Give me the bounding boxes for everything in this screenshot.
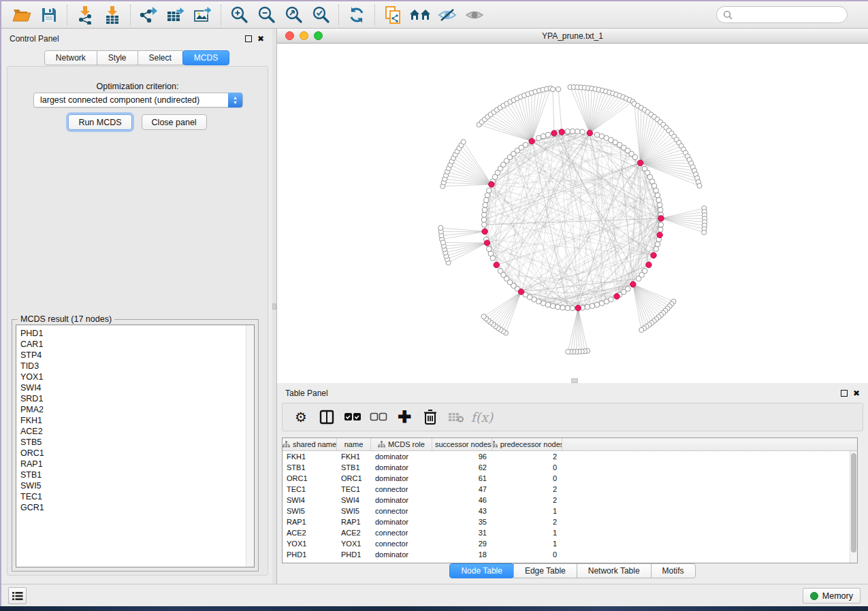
table-row[interactable]: ORC1ORC1dominator610 bbox=[283, 473, 857, 484]
mcds-result-item[interactable]: FKH1 bbox=[16, 415, 254, 426]
network-hub-node[interactable] bbox=[482, 229, 487, 234]
mcds-result-item[interactable]: ORC1 bbox=[16, 448, 254, 459]
mcds-result-item[interactable]: PMA2 bbox=[16, 404, 254, 415]
network-node[interactable] bbox=[486, 188, 492, 193]
network-node[interactable] bbox=[481, 217, 487, 222]
mcds-result-item[interactable]: SRD1 bbox=[16, 393, 254, 404]
network-node[interactable] bbox=[658, 222, 664, 227]
hide-selected-button[interactable] bbox=[434, 3, 461, 27]
network-node[interactable] bbox=[555, 304, 560, 310]
network-node[interactable] bbox=[483, 202, 488, 208]
export-image-button[interactable] bbox=[189, 3, 216, 27]
table-row[interactable]: ACE2ACE2connector311 bbox=[283, 527, 857, 538]
network-leaf-node[interactable] bbox=[481, 314, 486, 319]
search-input[interactable] bbox=[736, 10, 838, 20]
network-node[interactable] bbox=[594, 302, 600, 308]
table-settings-button[interactable]: ⚙ bbox=[289, 406, 312, 429]
network-node[interactable] bbox=[565, 129, 570, 134]
network-leaf-node[interactable] bbox=[461, 139, 466, 144]
table-row[interactable]: FKH1FKH1dominator962 bbox=[283, 451, 857, 462]
add-column-button[interactable]: ✚ bbox=[393, 406, 416, 429]
network-hub-node[interactable] bbox=[489, 182, 494, 187]
open-file-button[interactable] bbox=[8, 3, 35, 27]
network-leaf-node[interactable] bbox=[702, 230, 707, 235]
network-node[interactable] bbox=[481, 212, 487, 218]
select-all-button[interactable] bbox=[341, 406, 364, 429]
table-row[interactable]: SWI5SWI5connector431 bbox=[283, 506, 857, 516]
network-hub-node[interactable] bbox=[637, 160, 643, 165]
mcds-result-item[interactable]: TID3 bbox=[16, 361, 254, 371]
network-node[interactable] bbox=[656, 197, 662, 203]
tab-node-table[interactable]: Node Table bbox=[449, 563, 514, 578]
table-row[interactable]: TEC1TEC1connector472 bbox=[283, 484, 857, 495]
mcds-result-item[interactable]: STB1 bbox=[16, 469, 254, 480]
float-panel-icon[interactable] bbox=[245, 35, 252, 42]
network-node[interactable] bbox=[658, 227, 663, 233]
mcds-result-item[interactable]: PHD1 bbox=[16, 328, 254, 339]
network-node[interactable] bbox=[498, 268, 503, 274]
network-node[interactable] bbox=[541, 133, 546, 139]
network-node[interactable] bbox=[565, 306, 570, 311]
mcds-result-item[interactable]: CAR1 bbox=[16, 339, 254, 350]
result-list-scrollbar[interactable] bbox=[246, 325, 254, 567]
network-node[interactable] bbox=[486, 246, 492, 252]
network-leaf-node[interactable] bbox=[440, 240, 445, 245]
network-leaf-node[interactable] bbox=[438, 225, 443, 230]
mcds-result-item[interactable]: STP4 bbox=[16, 350, 254, 361]
network-node[interactable] bbox=[483, 197, 489, 203]
run-mcds-button[interactable]: Run MCDS bbox=[68, 114, 131, 130]
export-table-button[interactable] bbox=[162, 3, 189, 27]
network-hub-node[interactable] bbox=[518, 289, 524, 295]
network-node[interactable] bbox=[658, 208, 663, 213]
network-node[interactable] bbox=[655, 242, 660, 247]
network-hub-node[interactable] bbox=[658, 216, 664, 221]
import-network-button[interactable] bbox=[71, 3, 99, 27]
network-window-titlebar[interactable]: YPA_prune.txt_1 bbox=[277, 29, 868, 44]
zoom-out-button[interactable] bbox=[253, 3, 280, 27]
table-scrollbar[interactable] bbox=[850, 451, 857, 563]
import-table-button[interactable] bbox=[99, 3, 126, 27]
show-all-button[interactable] bbox=[461, 3, 488, 27]
function-builder-button[interactable]: f(x) bbox=[470, 406, 494, 429]
tab-edge-table[interactable]: Edge Table bbox=[513, 563, 577, 578]
network-hub-node[interactable] bbox=[551, 131, 557, 136]
table-row[interactable]: STB1STB1dominator620 bbox=[283, 462, 857, 473]
network-node[interactable] bbox=[550, 303, 556, 309]
network-graph[interactable] bbox=[277, 44, 868, 381]
mcds-result-item[interactable]: ACE2 bbox=[16, 426, 254, 437]
close-table-panel-icon[interactable]: ✖ bbox=[853, 389, 860, 397]
save-session-button[interactable] bbox=[35, 3, 63, 27]
network-node[interactable] bbox=[575, 129, 580, 134]
first-neighbors-button[interactable] bbox=[406, 3, 434, 27]
task-history-button[interactable] bbox=[8, 587, 27, 604]
network-node[interactable] bbox=[654, 188, 659, 193]
close-panel-button[interactable]: Close panel bbox=[142, 114, 207, 130]
zoom-fit-button[interactable] bbox=[280, 3, 307, 27]
network-node[interactable] bbox=[481, 222, 487, 227]
mcds-result-list[interactable]: PHD1CAR1STP4TID3YOX1SWI4SRD1PMA2FKH1ACE2… bbox=[16, 325, 255, 567]
network-node[interactable] bbox=[482, 208, 487, 213]
table-row[interactable]: PHD1PHD1dominator180 bbox=[283, 549, 857, 560]
network-hub-node[interactable] bbox=[575, 306, 581, 311]
network-node[interactable] bbox=[599, 301, 605, 306]
tab-style[interactable]: Style bbox=[97, 50, 138, 65]
mcds-result-item[interactable]: GCR1 bbox=[16, 502, 254, 513]
table-row[interactable]: YOX1YOX1connector291 bbox=[283, 538, 857, 549]
copy-network-button[interactable] bbox=[379, 3, 406, 27]
tab-network[interactable]: Network bbox=[44, 50, 97, 65]
tab-motifs[interactable]: Motifs bbox=[651, 563, 696, 578]
mcds-result-item[interactable]: STB5 bbox=[16, 437, 254, 448]
network-hub-node[interactable] bbox=[657, 232, 662, 237]
search-box[interactable] bbox=[716, 6, 848, 23]
network-hub-node[interactable] bbox=[651, 252, 656, 258]
network-node[interactable] bbox=[523, 142, 528, 148]
zoom-in-button[interactable] bbox=[225, 3, 253, 27]
network-node[interactable] bbox=[636, 276, 641, 282]
refresh-button[interactable] bbox=[343, 3, 370, 27]
deselect-all-button[interactable] bbox=[367, 406, 390, 429]
network-node[interactable] bbox=[545, 302, 551, 308]
column-header-successor-nodes[interactable]: successor nodes⌄ bbox=[432, 438, 492, 450]
tab-mcds[interactable]: MCDS bbox=[182, 50, 229, 65]
network-leaf-node[interactable] bbox=[639, 327, 644, 332]
network-hub-node[interactable] bbox=[614, 293, 620, 299]
